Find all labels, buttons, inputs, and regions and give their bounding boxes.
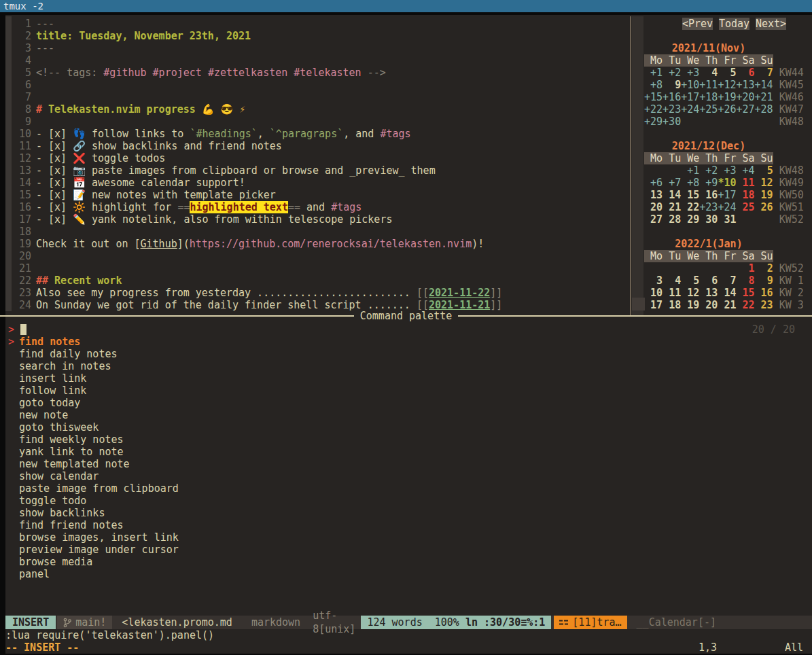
- calendar-day[interactable]: 12: [755, 177, 773, 189]
- calendar-day[interactable]: +27: [736, 103, 754, 116]
- calendar-day[interactable]: 21: [663, 201, 681, 213]
- editor-line[interactable]: 5<!-- tags: #github #project #zettelkast…: [5, 67, 631, 79]
- calendar-day[interactable]: 29: [681, 213, 699, 226]
- calendar-day[interactable]: +8: [644, 79, 663, 91]
- calendar-day[interactable]: 25: [736, 201, 754, 213]
- palette-item[interactable]: paste image from clipboard: [19, 482, 179, 495]
- calendar-day[interactable]: +20: [736, 91, 754, 103]
- palette-item[interactable]: toggle todo: [19, 495, 179, 507]
- palette-item[interactable]: preview image under cursor: [19, 544, 179, 556]
- calendar-day[interactable]: +19: [718, 91, 736, 103]
- calendar-day[interactable]: 6: [699, 275, 718, 287]
- calendar-day[interactable]: +23: [663, 103, 681, 116]
- calendar-day[interactable]: +17: [718, 189, 736, 201]
- calendar-day[interactable]: 5: [755, 164, 773, 177]
- palette-item[interactable]: yank link to note: [19, 446, 179, 458]
- palette-item[interactable]: panel: [19, 568, 179, 580]
- calendar-day[interactable]: +15: [644, 91, 663, 103]
- palette-item[interactable]: find daily notes: [19, 348, 179, 360]
- calendar-scrollbar-thumb[interactable]: [632, 298, 645, 311]
- calendar-day[interactable]: 30: [699, 213, 718, 226]
- palette-item[interactable]: follow link: [19, 385, 179, 397]
- calendar-day[interactable]: +12: [718, 79, 736, 91]
- calendar-day[interactable]: 13: [699, 287, 718, 299]
- calendar-day[interactable]: 15: [681, 189, 699, 201]
- editor-line[interactable]: 19Check it out on [Github](https://githu…: [5, 238, 631, 250]
- calendar-day[interactable]: +1: [681, 164, 699, 177]
- calendar-day[interactable]: +7: [663, 177, 681, 189]
- calendar-day[interactable]: +16: [663, 91, 681, 103]
- calendar-day[interactable]: +3: [681, 67, 699, 79]
- calendar-day[interactable]: 13: [644, 189, 663, 201]
- calendar-day[interactable]: 7: [755, 67, 773, 79]
- editor-line[interactable]: 7: [5, 91, 631, 103]
- editor-line[interactable]: 11- [x] 🔗 show backlinks and friend note…: [5, 140, 631, 152]
- calendar-day[interactable]: 5: [718, 67, 736, 79]
- editor-line[interactable]: 10- [x] 👣 follow links to `#headings`, `…: [5, 128, 631, 140]
- calendar-day[interactable]: +2: [699, 164, 718, 177]
- calendar-day[interactable]: 4: [699, 67, 718, 79]
- palette-item[interactable]: new note: [19, 409, 179, 421]
- calendar-day[interactable]: 19: [755, 189, 773, 201]
- calendar-nav-next-button[interactable]: Next>: [756, 18, 786, 30]
- calendar-day[interactable]: +25: [699, 103, 718, 116]
- calendar-day[interactable]: 16: [755, 287, 773, 299]
- calendar-day[interactable]: 22: [681, 201, 699, 213]
- calendar-day[interactable]: 14: [663, 189, 681, 201]
- calendar-day[interactable]: +1: [644, 67, 663, 79]
- palette-item[interactable]: browse images, insert link: [19, 531, 179, 544]
- calendar-day[interactable]: 5: [681, 275, 699, 287]
- editor-line[interactable]: 13- [x] 📷 paste images from clipboard or…: [5, 164, 631, 177]
- palette-item[interactable]: find weekly notes: [19, 433, 179, 446]
- calendar-day[interactable]: +24: [681, 103, 699, 116]
- editor-line[interactable]: 3---: [5, 42, 631, 54]
- calendar-day[interactable]: 28: [663, 213, 681, 226]
- editor-line[interactable]: 17- [x] ✏️ yank notelink, also from with…: [5, 213, 631, 226]
- calendar-day[interactable]: 6: [736, 67, 754, 79]
- calendar-day[interactable]: +24: [718, 201, 736, 213]
- calendar-day[interactable]: +8: [681, 177, 699, 189]
- calendar-day[interactable]: +11: [699, 79, 718, 91]
- calendar-day[interactable]: +13: [736, 79, 754, 91]
- calendar-day[interactable]: +4: [736, 164, 754, 177]
- palette-item[interactable]: find friend notes: [19, 519, 179, 531]
- calendar-day[interactable]: +3: [718, 164, 736, 177]
- palette-item[interactable]: goto today: [19, 397, 179, 409]
- calendar-nav-today-button[interactable]: Today: [719, 18, 749, 30]
- calendar-nav-prev-button[interactable]: <Prev: [682, 18, 713, 30]
- calendar-day[interactable]: *10: [718, 177, 736, 189]
- calendar-day[interactable]: 16: [699, 189, 718, 201]
- calendar-day[interactable]: 27: [644, 213, 663, 226]
- calendar-day[interactable]: +30: [663, 116, 681, 128]
- calendar-day[interactable]: 11: [663, 287, 681, 299]
- calendar-day[interactable]: 9: [663, 79, 681, 91]
- editor-line[interactable]: 12- [x] ❌ toggle todos: [5, 152, 631, 164]
- calendar-day[interactable]: +9: [699, 177, 718, 189]
- buffer-tab-segment[interactable]: [11]tra…: [554, 616, 626, 629]
- calendar-buffer-tab[interactable]: __Calendar[-]: [637, 616, 716, 629]
- calendar-day[interactable]: 12: [681, 287, 699, 299]
- palette-item[interactable]: insert link: [19, 372, 179, 385]
- palette-item[interactable]: goto thisweek: [19, 421, 179, 433]
- editor-line[interactable]: 21: [5, 262, 631, 275]
- editor-line[interactable]: 8# Telekasten.nvim progress 💪 😎 ⚡: [5, 103, 631, 116]
- palette-item[interactable]: show calendar: [19, 470, 179, 482]
- command-line[interactable]: :lua require('telekasten').panel(): [5, 629, 214, 641]
- calendar-day[interactable]: +23: [699, 201, 718, 213]
- editor-line[interactable]: 23Also see my progress from yesterday ..…: [5, 287, 631, 299]
- calendar-day[interactable]: 20: [644, 201, 663, 213]
- calendar-day[interactable]: +29: [644, 116, 663, 128]
- calendar-day[interactable]: 4: [663, 275, 681, 287]
- editor-line[interactable]: 16- [x] 🔆 highlight for ==highlighted te…: [5, 201, 631, 213]
- calendar-day[interactable]: 15: [736, 287, 754, 299]
- calendar-day[interactable]: +21: [755, 91, 773, 103]
- editor-line[interactable]: 4: [5, 54, 631, 67]
- editor-line[interactable]: 1---: [5, 18, 631, 30]
- palette-item[interactable]: new templated note: [19, 458, 179, 470]
- calendar-day[interactable]: +10: [681, 79, 699, 91]
- calendar-day[interactable]: 31: [718, 213, 736, 226]
- calendar-scrollbar[interactable]: [632, 16, 643, 315]
- editor-line[interactable]: 20: [5, 250, 631, 262]
- calendar-day[interactable]: 1: [736, 262, 754, 275]
- editor-line[interactable]: 22## Recent work: [5, 275, 631, 287]
